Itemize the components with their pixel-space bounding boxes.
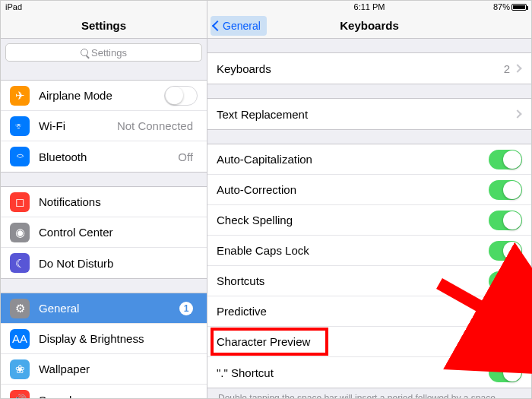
sidebar-navbar: Settings [1,13,207,39]
chevron-right-icon [513,64,521,72]
search-placeholder: Settings [91,47,127,59]
row-check-spelling[interactable]: Check Spelling [207,205,531,236]
row-dot-shortcut[interactable]: "." Shortcut [207,357,531,388]
settings-group: Text Replacement [207,98,531,130]
row-caps-lock[interactable]: Enable Caps Lock [207,236,531,266]
group-footnote: Double tapping the space bar will insert… [207,388,531,398]
row-label: Text Replacement [217,108,515,121]
row-label: Auto-Correction [217,183,489,196]
toggle-auto-cap[interactable] [489,150,522,169]
row-wallpaper[interactable]: ❀Wallpaper [1,354,207,385]
search-input[interactable]: Settings [5,43,202,62]
back-button[interactable]: General [211,16,267,36]
wallpaper-icon: ❀ [10,359,30,379]
settings-group: Keyboards2 [207,52,531,84]
chevron-left-icon [212,21,223,31]
badge: 1 [179,302,193,315]
sidebar-title: Settings [81,19,126,32]
row-label: Wi-Fi [39,119,117,132]
row-bluetooth[interactable]: ⌔BluetoothOff [1,141,207,172]
row-control-center[interactable]: ◉Control Center [1,217,207,248]
row-label: Check Spelling [217,214,489,226]
detail-title: Keyboards [340,19,399,32]
clock: 6:11 PM [354,2,385,11]
settings-group: ⚙General1AADisplay & Brightness❀Wallpape… [1,293,207,398]
row-value: Not Connected [117,119,193,132]
notifications-icon: ◻ [10,192,30,212]
row-shortcuts[interactable]: Shortcuts [207,266,531,296]
toggle-char-preview[interactable] [489,332,522,352]
chevron-right-icon [513,109,521,118]
row-general[interactable]: ⚙General1 [1,293,207,324]
control-center-icon: ◉ [10,223,30,242]
back-label: General [223,20,261,32]
wifi-icon: ᯤ [10,116,30,136]
row-label: Predictive [217,305,489,318]
search-icon [81,49,88,56]
row-text-replacement[interactable]: Text Replacement [207,99,531,129]
detail-navbar: General Keyboards [207,13,531,39]
row-dnd[interactable]: ☾Do Not Disturb [1,248,207,278]
settings-group: ◻Notifications◉Control Center☾Do Not Dis… [1,186,207,279]
row-keyboards-link[interactable]: Keyboards2 [207,53,531,84]
row-label: Airplane Mode [39,89,164,102]
settings-group: ✈Airplane ModeᯤWi-FiNot Connected⌔Blueto… [1,80,207,173]
airplane-icon: ✈ [10,86,30,106]
row-label: Do Not Disturb [39,257,198,270]
row-notifications[interactable]: ◻Notifications [1,187,207,217]
row-value: Off [178,150,193,163]
row-auto-cap[interactable]: Auto-Capitalization [207,144,531,175]
moon-icon: ☾ [10,253,30,273]
toggle-check-spelling[interactable] [489,211,522,230]
row-predictive[interactable]: Predictive [207,296,531,327]
sounds-icon: 🔊 [10,390,30,398]
toggle-dot-shortcut[interactable] [489,363,522,382]
row-label: Enable Caps Lock [217,244,489,257]
device-label: iPad [5,2,22,11]
row-wifi[interactable]: ᯤWi-FiNot Connected [1,111,207,141]
row-label: Auto-Capitalization [217,153,489,166]
row-label: General [39,302,179,315]
settings-sidebar: iPad Settings Settings ✈Airplane ModeᯤWi… [1,1,207,398]
row-value: 2 [504,62,510,75]
toggle-shortcuts[interactable] [489,271,522,291]
battery-status: 87% [493,2,527,11]
row-sounds[interactable]: 🔊Sounds [1,385,207,398]
detail-pane: 6:11 PM 87% General Keyboards Keyboards2… [207,1,531,398]
row-display[interactable]: AADisplay & Brightness [1,324,207,354]
toggle-airplane-mode[interactable] [164,86,198,106]
row-airplane-mode[interactable]: ✈Airplane Mode [1,81,207,111]
row-label: Character Preview [217,335,489,348]
search-container: Settings [1,39,207,66]
battery-icon [511,4,527,11]
row-label: Bluetooth [39,150,178,163]
row-char-preview[interactable]: Character Preview [207,327,531,357]
row-label: Display & Brightness [39,332,198,345]
bluetooth-icon: ⌔ [10,147,30,166]
toggle-caps-lock[interactable] [489,241,522,261]
row-label: Notifications [39,195,198,208]
settings-group: Auto-CapitalizationAuto-CorrectionCheck … [207,144,531,388]
row-label: Keyboards [217,62,504,75]
gear-icon: ⚙ [10,299,30,318]
status-bar-right: 6:11 PM 87% [207,1,531,13]
battery-percent: 87% [493,2,510,11]
display-icon: AA [10,329,30,349]
row-label: Wallpaper [39,363,198,375]
row-label: Control Center [39,226,198,239]
row-label: Sounds [39,394,198,399]
toggle-predictive[interactable] [489,302,522,321]
toggle-auto-correct[interactable] [489,180,522,200]
row-auto-correct[interactable]: Auto-Correction [207,175,531,205]
status-bar-left: iPad [1,1,207,13]
row-label: "." Shortcut [217,366,489,379]
row-label: Shortcuts [217,274,489,287]
